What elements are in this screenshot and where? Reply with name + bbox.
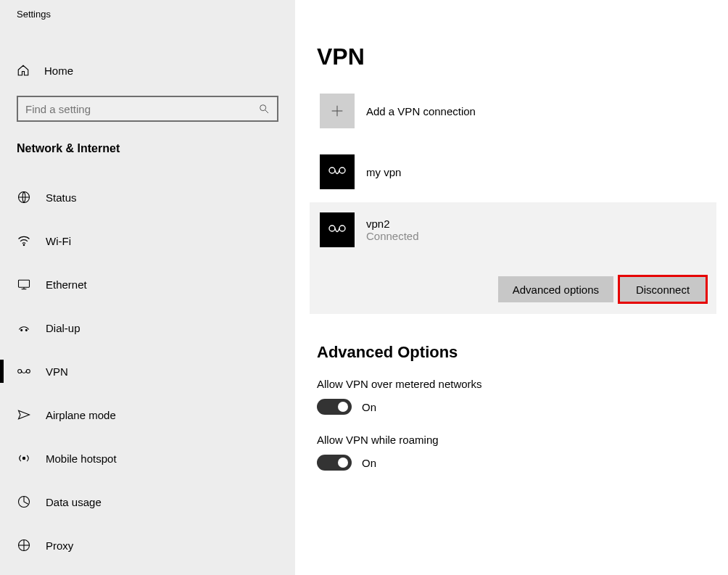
svg-line-1 (265, 110, 268, 113)
vpn-name: vpn2 (366, 218, 419, 230)
data-usage-icon (17, 495, 31, 509)
svg-point-8 (25, 329, 27, 331)
main-content: VPN Add a VPN connection my vpn vpn2 Con… (295, 0, 728, 575)
svg-point-0 (260, 105, 266, 111)
sidebar-item-dialup[interactable]: Dial-up (0, 306, 295, 349)
vpn-status: Connected (366, 230, 419, 242)
sidebar-item-hotspot[interactable]: Mobile hotspot (0, 437, 295, 480)
sidebar-item-proxy[interactable]: Proxy (0, 524, 295, 567)
vpn-connection-row[interactable]: my vpn (317, 147, 728, 197)
svg-point-17 (339, 167, 345, 173)
toggle-state-text: On (362, 457, 376, 469)
vpn-icon (17, 364, 31, 378)
search-box[interactable] (17, 96, 278, 122)
nav-list: Status Wi-Fi Ethernet Dial-up VPN (0, 175, 295, 567)
toggle-metered-switch[interactable] (317, 399, 352, 415)
search-icon (258, 103, 270, 115)
sidebar-item-vpn[interactable]: VPN (0, 349, 295, 393)
sidebar-item-label: Status (46, 191, 77, 204)
wifi-icon (17, 233, 31, 248)
svg-point-9 (18, 370, 22, 373)
sidebar-item-label: Wi-Fi (46, 235, 71, 247)
sidebar: Settings Home Network & Internet Status … (0, 0, 295, 575)
sidebar-item-ethernet[interactable]: Ethernet (0, 262, 295, 306)
plus-icon (320, 94, 355, 128)
svg-point-10 (26, 370, 30, 373)
globe-icon (17, 190, 31, 204)
sidebar-item-airplane[interactable]: Airplane mode (0, 393, 295, 437)
vpn-button-row: Advanced options Disconnect (320, 276, 706, 302)
sidebar-item-label: Data usage (46, 496, 102, 508)
sidebar-section-label: Network & Internet (0, 122, 295, 165)
sidebar-item-status[interactable]: Status (0, 175, 295, 219)
svg-point-19 (339, 226, 345, 231)
vpn-tile-icon (320, 212, 355, 247)
sidebar-home-label: Home (44, 65, 73, 77)
advanced-options-heading: Advanced Options (317, 343, 728, 362)
sidebar-item-datausage[interactable]: Data usage (0, 480, 295, 524)
sidebar-item-label: Proxy (46, 539, 73, 552)
sidebar-item-label: Ethernet (46, 278, 87, 291)
ethernet-icon (17, 277, 31, 291)
airplane-icon (17, 408, 31, 422)
search-input[interactable] (25, 103, 245, 115)
sidebar-home[interactable]: Home (0, 54, 295, 87)
svg-point-3 (23, 244, 25, 246)
sidebar-item-label: Mobile hotspot (46, 452, 117, 465)
toggle-label: Allow VPN over metered networks (317, 378, 728, 390)
advanced-options-button[interactable]: Advanced options (498, 276, 613, 302)
hotspot-icon (17, 451, 31, 466)
toggle-metered: Allow VPN over metered networks On (317, 378, 728, 415)
svg-rect-4 (19, 280, 30, 287)
proxy-icon (17, 538, 31, 553)
sidebar-item-label: VPN (46, 365, 68, 378)
sidebar-item-label: Dial-up (46, 322, 80, 334)
vpn-name: my vpn (366, 166, 401, 178)
sidebar-item-wifi[interactable]: Wi-Fi (0, 219, 295, 262)
dialup-icon (17, 320, 31, 335)
toggle-roaming-switch[interactable] (317, 455, 352, 471)
add-vpn-label: Add a VPN connection (366, 105, 476, 117)
svg-point-7 (21, 329, 22, 331)
vpn-tile-icon (320, 154, 355, 189)
vpn-connection-card[interactable]: vpn2 Connected Advanced options Disconne… (310, 202, 716, 314)
home-icon (17, 64, 30, 77)
window-title: Settings (0, 6, 295, 25)
add-vpn-row[interactable]: Add a VPN connection (317, 94, 728, 128)
svg-point-18 (329, 226, 335, 231)
search-box-wrap (17, 96, 278, 122)
toggle-label: Allow VPN while roaming (317, 434, 728, 446)
toggle-state-text: On (362, 401, 376, 413)
page-title: VPN (317, 44, 728, 70)
svg-point-16 (329, 167, 335, 173)
disconnect-button[interactable]: Disconnect (619, 276, 706, 302)
sidebar-item-label: Airplane mode (46, 409, 116, 421)
toggle-roaming: Allow VPN while roaming On (317, 434, 728, 471)
svg-point-11 (22, 457, 25, 459)
